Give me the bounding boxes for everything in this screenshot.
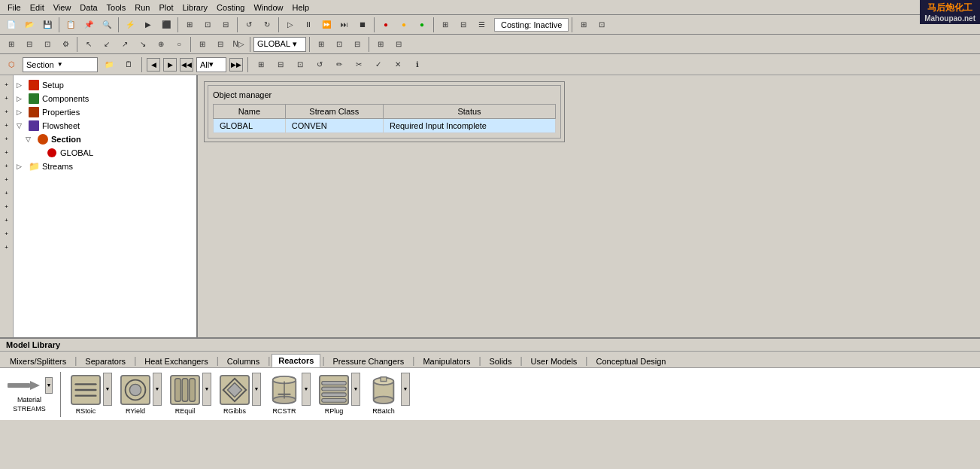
skip-btn[interactable]: ⏭	[336, 17, 353, 33]
t2-1[interactable]: ⊞	[3, 36, 20, 53]
paste-btn[interactable]: 📌	[80, 17, 97, 33]
tool4[interactable]: ↺	[241, 17, 257, 33]
tb-undo[interactable]: ↺	[311, 56, 328, 73]
nav-fwd[interactable]: ▶	[163, 58, 177, 72]
nav-back[interactable]: ◀	[147, 58, 160, 72]
menu-costing[interactable]: Costing	[212, 2, 249, 14]
tree-section[interactable]: ▽ Section	[26, 132, 193, 146]
t2-7[interactable]: ↗	[117, 36, 133, 53]
t2-8[interactable]: ↘	[135, 36, 151, 53]
menu-file[interactable]: File	[3, 2, 26, 14]
components-expand[interactable]: ▷	[17, 95, 26, 102]
tab-user-models[interactable]: User Models	[524, 355, 584, 367]
open-btn[interactable]: 📂	[21, 17, 38, 33]
menu-data[interactable]: Data	[75, 2, 102, 14]
v-btn7[interactable]: +	[1, 160, 13, 172]
tb-paste[interactable]: ⊟	[272, 56, 289, 73]
rstoic-dropdown[interactable]: ▼	[103, 373, 112, 406]
rgibbs-dropdown[interactable]: ▼	[252, 373, 261, 406]
t2-15[interactable]: ⊡	[331, 36, 347, 53]
t2-4[interactable]: ⚙	[57, 36, 74, 53]
rcstr-dropdown[interactable]: ▼	[302, 373, 311, 406]
new-btn[interactable]: 📄	[3, 17, 20, 33]
tb-del[interactable]: ⊡	[292, 56, 308, 73]
play-btn[interactable]: ▷	[282, 17, 299, 33]
stop-btn[interactable]: ⬛	[158, 17, 174, 33]
tool6[interactable]: ⊞	[437, 17, 454, 33]
menu-view[interactable]: View	[49, 2, 76, 14]
tb-cut[interactable]: ✂	[350, 56, 367, 73]
stream-dropdown-btn[interactable]: ▼	[45, 377, 53, 394]
ffwd-btn[interactable]: ⏩	[318, 17, 335, 33]
section-dropdown[interactable]: Section ▼	[23, 57, 98, 72]
props-expand[interactable]: ▷	[17, 108, 26, 116]
tool8[interactable]: ☰	[473, 17, 490, 33]
rbatch-dropdown[interactable]: ▼	[401, 373, 410, 406]
streams-expand[interactable]: ▷	[17, 163, 26, 170]
tab-mixers[interactable]: Mixers/Splitters	[3, 355, 73, 367]
t2-10[interactable]: ○	[171, 36, 187, 53]
ryield-block[interactable]: RYield	[118, 373, 153, 416]
t2-9[interactable]: ⊕	[153, 36, 169, 53]
v-btn9[interactable]: +	[1, 187, 13, 199]
tab-conceptual-design[interactable]: Conceptual Design	[589, 355, 672, 367]
stop2-btn[interactable]: ⏹	[354, 17, 371, 33]
tb-x[interactable]: ✕	[390, 56, 406, 73]
rstoic-block[interactable]: RStoic	[68, 373, 103, 416]
tb-info[interactable]: ℹ	[409, 56, 426, 73]
v-btn1[interactable]: +	[1, 78, 13, 90]
tool1[interactable]: ⊞	[181, 17, 198, 33]
v-btn6[interactable]: +	[1, 146, 13, 158]
section-expand[interactable]: ▽	[26, 136, 35, 143]
v-btn8[interactable]: +	[1, 173, 13, 185]
tree-global[interactable]: ▷ GLOBAL	[35, 146, 193, 160]
v-btn13[interactable]: +	[1, 241, 13, 253]
tool9[interactable]: ⊞	[575, 17, 592, 33]
setup-expand[interactable]: ▷	[17, 81, 26, 89]
v-btn12[interactable]: +	[1, 227, 13, 239]
all-dropdown[interactable]: All ▾	[196, 57, 226, 72]
nav-dback[interactable]: ◀◀	[180, 58, 193, 72]
rplug-block[interactable]: RPlug	[317, 373, 351, 416]
v-btn5[interactable]: +	[1, 132, 13, 145]
t2-11[interactable]: ⊞	[194, 36, 211, 53]
menu-tools[interactable]: Tools	[102, 2, 131, 14]
tab-separators[interactable]: Separators	[78, 355, 132, 367]
v-btn3[interactable]: +	[1, 105, 13, 117]
menu-edit[interactable]: Edit	[26, 2, 49, 14]
rcstr-block[interactable]: RCSTR	[267, 373, 302, 416]
global-combo[interactable]: GLOBAL ▾	[253, 37, 306, 52]
tree-streams[interactable]: ▷ 📁 Streams	[17, 160, 193, 173]
flowsheet-expand[interactable]: ▽	[17, 122, 26, 129]
requil-dropdown[interactable]: ▼	[202, 373, 211, 406]
menu-window[interactable]: Window	[249, 2, 287, 14]
t2-14[interactable]: ⊞	[313, 36, 329, 53]
section-new-btn[interactable]: 🗒	[120, 56, 137, 73]
v-btn4[interactable]: +	[1, 119, 13, 131]
tb-check[interactable]: ✓	[370, 56, 387, 73]
pause-btn[interactable]: ⏸	[300, 17, 317, 33]
section-folder-btn[interactable]: 📁	[101, 56, 117, 73]
menu-run[interactable]: Run	[130, 2, 154, 14]
t2-3[interactable]: ⊡	[39, 36, 56, 53]
menu-help[interactable]: Help	[288, 2, 314, 14]
tree-flowsheet[interactable]: ▽ Flowsheet	[17, 119, 193, 132]
tab-pressure-changers[interactable]: Pressure Changers	[326, 355, 411, 367]
table-row[interactable]: GLOBAL CONVEN Required Input Incomplete	[214, 119, 556, 133]
t2-13[interactable]: N▷	[230, 36, 247, 53]
tree-setup[interactable]: ▷ Setup	[17, 78, 193, 92]
tab-manipulators[interactable]: Manipulators	[416, 355, 477, 367]
rbatch-block[interactable]: RBatch	[366, 373, 401, 416]
v-btn11[interactable]: +	[1, 214, 13, 226]
tool2[interactable]: ⊡	[199, 17, 216, 33]
rplug-dropdown[interactable]: ▼	[351, 373, 360, 406]
menu-plot[interactable]: Plot	[154, 2, 177, 14]
t2-6[interactable]: ↙	[99, 36, 115, 53]
run-btn[interactable]: ▶	[140, 17, 156, 33]
t2-5[interactable]: ↖	[80, 36, 97, 53]
t2-17[interactable]: ⊞	[372, 36, 389, 53]
tab-reactors[interactable]: Reactors	[272, 354, 320, 367]
v-btn2[interactable]: +	[1, 92, 13, 104]
t2-12[interactable]: ⊟	[212, 36, 229, 53]
tab-solids[interactable]: Solids	[483, 355, 519, 367]
